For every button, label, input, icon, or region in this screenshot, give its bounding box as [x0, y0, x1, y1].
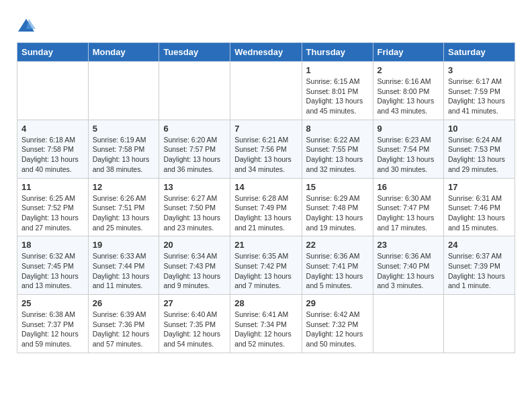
- day-number: 11: [21, 182, 84, 192]
- calendar-cell: 21Sunrise: 6:35 AMSunset: 7:42 PMDayligh…: [230, 236, 302, 295]
- calendar-header-friday: Friday: [373, 43, 443, 62]
- calendar-header-monday: Monday: [88, 43, 159, 62]
- calendar-cell: 8Sunrise: 6:22 AMSunset: 7:55 PMDaylight…: [302, 120, 373, 178]
- day-info: Sunrise: 6:41 AMSunset: 7:34 PMDaylight:…: [234, 310, 297, 349]
- day-number: 28: [234, 298, 297, 308]
- calendar-cell: 16Sunrise: 6:30 AMSunset: 7:47 PMDayligh…: [373, 178, 443, 236]
- day-number: 1: [306, 65, 369, 75]
- day-number: 17: [448, 182, 511, 192]
- day-number: 21: [234, 240, 297, 250]
- calendar-cell: 29Sunrise: 6:42 AMSunset: 7:32 PMDayligh…: [302, 295, 373, 353]
- day-number: 7: [234, 124, 297, 134]
- day-info: Sunrise: 6:23 AMSunset: 7:54 PMDaylight:…: [378, 135, 439, 175]
- calendar-cell: 9Sunrise: 6:23 AMSunset: 7:54 PMDaylight…: [373, 120, 443, 178]
- day-info: Sunrise: 6:39 AMSunset: 7:36 PMDaylight:…: [93, 310, 155, 349]
- calendar-cell: 11Sunrise: 6:25 AMSunset: 7:52 PMDayligh…: [17, 178, 89, 236]
- day-number: 4: [21, 124, 84, 134]
- calendar-cell: 10Sunrise: 6:24 AMSunset: 7:53 PMDayligh…: [444, 120, 515, 178]
- day-info: Sunrise: 6:29 AMSunset: 7:48 PMDaylight:…: [306, 193, 369, 233]
- calendar-cell: 18Sunrise: 6:32 AMSunset: 7:45 PMDayligh…: [17, 236, 89, 295]
- calendar-week-row: 1Sunrise: 6:15 AMSunset: 8:01 PMDaylight…: [17, 62, 515, 120]
- calendar-cell: 15Sunrise: 6:29 AMSunset: 7:48 PMDayligh…: [302, 178, 373, 236]
- calendar-cell: 26Sunrise: 6:39 AMSunset: 7:36 PMDayligh…: [88, 295, 159, 353]
- calendar-cell: 27Sunrise: 6:40 AMSunset: 7:35 PMDayligh…: [159, 295, 230, 353]
- day-info: Sunrise: 6:30 AMSunset: 7:47 PMDaylight:…: [378, 193, 439, 233]
- day-number: 18: [21, 240, 84, 250]
- calendar-cell: 23Sunrise: 6:36 AMSunset: 7:40 PMDayligh…: [373, 236, 443, 295]
- day-number: 27: [163, 298, 226, 308]
- svg-marker-1: [26, 19, 36, 29]
- day-info: Sunrise: 6:31 AMSunset: 7:46 PMDaylight:…: [448, 193, 511, 233]
- day-info: Sunrise: 6:16 AMSunset: 8:00 PMDaylight:…: [378, 77, 439, 116]
- day-number: 9: [378, 124, 439, 134]
- day-number: 25: [21, 298, 84, 308]
- day-info: Sunrise: 6:42 AMSunset: 7:32 PMDaylight:…: [306, 310, 369, 349]
- day-info: Sunrise: 6:35 AMSunset: 7:42 PMDaylight:…: [234, 251, 297, 291]
- calendar-week-row: 25Sunrise: 6:38 AMSunset: 7:37 PMDayligh…: [17, 295, 515, 353]
- calendar-cell: 3Sunrise: 6:17 AMSunset: 7:59 PMDaylight…: [444, 62, 515, 120]
- day-number: 14: [234, 182, 297, 192]
- day-info: Sunrise: 6:15 AMSunset: 8:01 PMDaylight:…: [306, 77, 369, 116]
- calendar-cell: 25Sunrise: 6:38 AMSunset: 7:37 PMDayligh…: [17, 295, 89, 353]
- day-info: Sunrise: 6:24 AMSunset: 7:53 PMDaylight:…: [448, 135, 511, 175]
- day-info: Sunrise: 6:32 AMSunset: 7:45 PMDaylight:…: [21, 251, 84, 291]
- calendar-cell: 1Sunrise: 6:15 AMSunset: 8:01 PMDaylight…: [302, 62, 373, 120]
- day-info: Sunrise: 6:37 AMSunset: 7:39 PMDaylight:…: [448, 251, 511, 291]
- day-number: 16: [378, 182, 439, 192]
- day-info: Sunrise: 6:34 AMSunset: 7:43 PMDaylight:…: [163, 251, 226, 291]
- day-number: 3: [448, 65, 511, 75]
- logo: [17, 17, 37, 36]
- calendar-header-tuesday: Tuesday: [159, 43, 230, 62]
- calendar-cell: [444, 295, 515, 353]
- day-number: 8: [306, 124, 369, 134]
- day-number: 26: [93, 298, 155, 308]
- day-number: 2: [378, 65, 439, 75]
- day-number: 24: [448, 240, 511, 250]
- calendar-header-thursday: Thursday: [302, 43, 373, 62]
- day-info: Sunrise: 6:33 AMSunset: 7:44 PMDaylight:…: [93, 251, 155, 291]
- calendar-cell: 2Sunrise: 6:16 AMSunset: 8:00 PMDaylight…: [373, 62, 443, 120]
- calendar-table: SundayMondayTuesdayWednesdayThursdayFrid…: [17, 42, 515, 353]
- calendar-week-row: 18Sunrise: 6:32 AMSunset: 7:45 PMDayligh…: [17, 236, 515, 295]
- day-number: 5: [93, 124, 155, 134]
- calendar-header-saturday: Saturday: [444, 43, 515, 62]
- calendar-cell: 19Sunrise: 6:33 AMSunset: 7:44 PMDayligh…: [88, 236, 159, 295]
- calendar-cell: 7Sunrise: 6:21 AMSunset: 7:56 PMDaylight…: [230, 120, 302, 178]
- day-info: Sunrise: 6:17 AMSunset: 7:59 PMDaylight:…: [448, 77, 511, 116]
- day-number: 15: [306, 182, 369, 192]
- day-info: Sunrise: 6:21 AMSunset: 7:56 PMDaylight:…: [234, 135, 297, 175]
- day-number: 23: [378, 240, 439, 250]
- calendar-cell: 4Sunrise: 6:18 AMSunset: 7:58 PMDaylight…: [17, 120, 89, 178]
- day-number: 20: [163, 240, 226, 250]
- calendar-cell: 6Sunrise: 6:20 AMSunset: 7:57 PMDaylight…: [159, 120, 230, 178]
- day-info: Sunrise: 6:20 AMSunset: 7:57 PMDaylight:…: [163, 135, 226, 175]
- calendar-cell: [230, 62, 302, 120]
- day-info: Sunrise: 6:22 AMSunset: 7:55 PMDaylight:…: [306, 135, 369, 175]
- day-info: Sunrise: 6:27 AMSunset: 7:50 PMDaylight:…: [163, 193, 226, 233]
- day-number: 29: [306, 298, 369, 308]
- page-header: [17, 13, 515, 36]
- calendar-cell: 28Sunrise: 6:41 AMSunset: 7:34 PMDayligh…: [230, 295, 302, 353]
- calendar-header-row: SundayMondayTuesdayWednesdayThursdayFrid…: [17, 43, 515, 62]
- calendar-header-wednesday: Wednesday: [230, 43, 302, 62]
- day-number: 12: [93, 182, 155, 192]
- calendar-cell: 5Sunrise: 6:19 AMSunset: 7:58 PMDaylight…: [88, 120, 159, 178]
- calendar-cell: 20Sunrise: 6:34 AMSunset: 7:43 PMDayligh…: [159, 236, 230, 295]
- day-info: Sunrise: 6:26 AMSunset: 7:51 PMDaylight:…: [93, 193, 155, 233]
- calendar-week-row: 4Sunrise: 6:18 AMSunset: 7:58 PMDaylight…: [17, 120, 515, 178]
- calendar-cell: 17Sunrise: 6:31 AMSunset: 7:46 PMDayligh…: [444, 178, 515, 236]
- day-info: Sunrise: 6:28 AMSunset: 7:49 PMDaylight:…: [234, 193, 297, 233]
- calendar-header-sunday: Sunday: [17, 43, 89, 62]
- day-number: 22: [306, 240, 369, 250]
- day-info: Sunrise: 6:40 AMSunset: 7:35 PMDaylight:…: [163, 310, 226, 349]
- logo-icon: [17, 17, 36, 36]
- day-info: Sunrise: 6:36 AMSunset: 7:41 PMDaylight:…: [306, 251, 369, 291]
- calendar-cell: [88, 62, 159, 120]
- day-info: Sunrise: 6:36 AMSunset: 7:40 PMDaylight:…: [378, 251, 439, 291]
- day-number: 13: [163, 182, 226, 192]
- calendar-cell: 22Sunrise: 6:36 AMSunset: 7:41 PMDayligh…: [302, 236, 373, 295]
- calendar-cell: [17, 62, 89, 120]
- day-info: Sunrise: 6:19 AMSunset: 7:58 PMDaylight:…: [93, 135, 155, 175]
- day-number: 10: [448, 124, 511, 134]
- calendar-week-row: 11Sunrise: 6:25 AMSunset: 7:52 PMDayligh…: [17, 178, 515, 236]
